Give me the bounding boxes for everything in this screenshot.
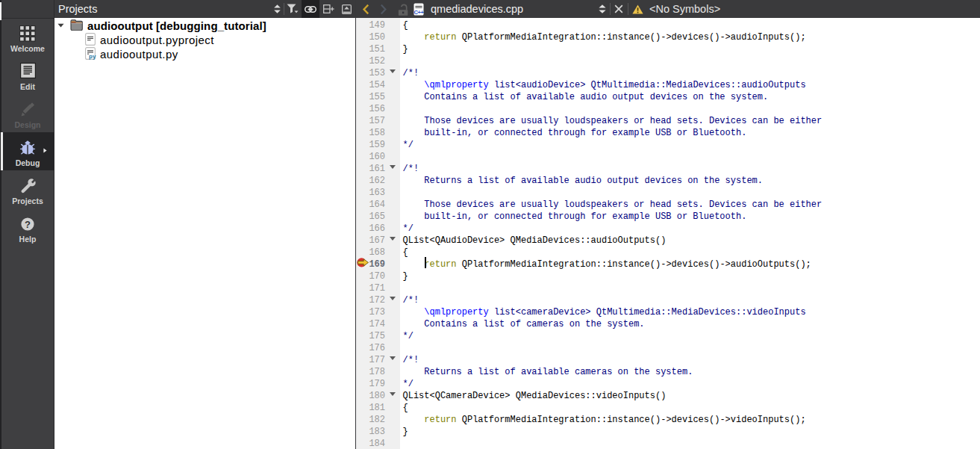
svg-text:C++: C++ — [413, 8, 424, 15]
